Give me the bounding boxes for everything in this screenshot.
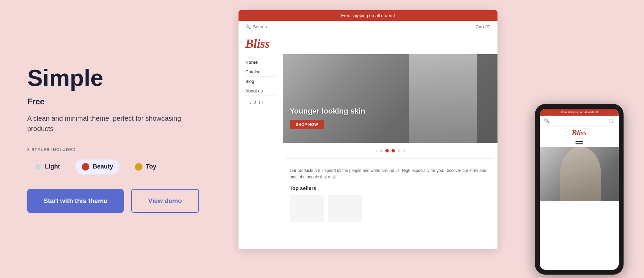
- search-label: Search: [253, 24, 267, 29]
- nav-home[interactable]: Home: [245, 58, 276, 67]
- preview-hero-overlay: Younger looking skin SHOP NOW: [290, 107, 365, 129]
- style-dot-beauty: [82, 163, 89, 171]
- mobile-navbar: 🔍 🛒: [540, 116, 619, 126]
- mobile-screen: Free shipping on all orders! 🔍 🛒 Bliss: [540, 109, 619, 270]
- style-option-light[interactable]: Light: [27, 159, 67, 175]
- twitter-icon[interactable]: t: [249, 99, 251, 105]
- mobile-hero: [540, 147, 619, 201]
- product-card-2: [328, 195, 362, 222]
- preview-logo: Bliss: [239, 33, 497, 54]
- search-icon: 🔍: [245, 24, 251, 29]
- preview-products-row: [290, 195, 491, 222]
- carousel-dot-2[interactable]: [385, 149, 389, 152]
- carousel-dot-3[interactable]: [392, 149, 395, 152]
- start-theme-button[interactable]: Start with this theme: [27, 189, 124, 213]
- theme-title: Simple: [27, 65, 204, 91]
- nav-about[interactable]: About us: [245, 86, 276, 96]
- instagram-icon[interactable]: ◻: [259, 99, 263, 105]
- style-name-light: Light: [45, 163, 60, 170]
- preview-hero-image: Younger looking skin SHOP NOW: [283, 54, 497, 143]
- style-name-toy: Toy: [146, 163, 156, 170]
- mobile-hero-face: [540, 147, 619, 201]
- styles-label: 3 STYLES INCLUDED: [27, 147, 204, 152]
- theme-description: A clean and minimal theme, perfect for s…: [27, 113, 204, 134]
- preview-social-icons: f t p ◻: [245, 96, 276, 108]
- mobile-logo: Bliss: [540, 126, 619, 140]
- desktop-preview: Free shipping on all orders! 🔍 Search Ca…: [239, 10, 497, 249]
- hamburger-line-1: [576, 141, 583, 142]
- nav-catalog[interactable]: Catalog: [245, 67, 276, 77]
- mobile-preview: Free shipping on all orders! 🔍 🛒 Bliss: [535, 104, 624, 275]
- preview-content-area: Our products are inspired by the people …: [283, 162, 497, 228]
- preview-navbar: 🔍 Search Cart (0): [239, 21, 497, 33]
- mobile-search-icon[interactable]: 🔍: [544, 118, 550, 123]
- style-options: Light Beauty Toy: [27, 159, 204, 175]
- preview-main-content: Younger looking skin SHOP NOW ‹ ›: [283, 54, 497, 228]
- buttons-row: Start with this theme View demo: [27, 189, 204, 213]
- style-option-beauty[interactable]: Beauty: [75, 159, 120, 175]
- mobile-cart-icon[interactable]: 🛒: [609, 118, 615, 123]
- right-panel: Free shipping on all orders! 🔍 Search Ca…: [232, 0, 644, 278]
- pinterest-icon[interactable]: p: [254, 99, 256, 105]
- preview-cart: Cart (0): [476, 24, 491, 29]
- style-name-beauty: Beauty: [93, 163, 113, 170]
- preview-carousel-dots: ‹ ›: [283, 143, 497, 158]
- hamburger-line-2: [576, 143, 583, 144]
- preview-hero-text: Younger looking skin: [290, 107, 365, 116]
- style-option-toy[interactable]: Toy: [128, 159, 163, 175]
- preview-content-with-nav: Home Catalog Blog About us f t p ◻: [239, 54, 497, 228]
- view-demo-button[interactable]: View demo: [131, 189, 199, 213]
- preview-sidenav-links: Home Catalog Blog About us f t p ◻: [239, 54, 283, 228]
- preview-section-title: Top sellers: [290, 185, 491, 191]
- nav-blog[interactable]: Blog: [245, 77, 276, 86]
- carousel-dot-1[interactable]: [380, 149, 383, 152]
- carousel-dot-4[interactable]: [398, 149, 400, 152]
- style-dot-toy: [135, 163, 142, 171]
- facebook-icon[interactable]: f: [245, 99, 247, 105]
- mobile-hamburger[interactable]: [540, 140, 619, 147]
- preview-search: 🔍 Search: [245, 24, 267, 29]
- preview-topbar: Free shipping on all orders!: [239, 10, 497, 21]
- carousel-next[interactable]: ›: [403, 147, 405, 154]
- mobile-topbar: Free shipping on all orders!: [540, 109, 619, 116]
- carousel-prev[interactable]: ‹: [375, 147, 377, 154]
- theme-price: Free: [27, 97, 204, 106]
- hamburger-line-3: [576, 145, 583, 145]
- preview-hero-btn[interactable]: SHOP NOW: [290, 120, 324, 129]
- style-dot-light: [34, 163, 42, 171]
- left-panel: Simple Free A clean and minimal theme, p…: [0, 0, 232, 278]
- main-container: Simple Free A clean and minimal theme, p…: [0, 0, 644, 278]
- preview-content-text: Our products are inspired by the people …: [290, 167, 491, 180]
- product-card-1: [290, 195, 324, 222]
